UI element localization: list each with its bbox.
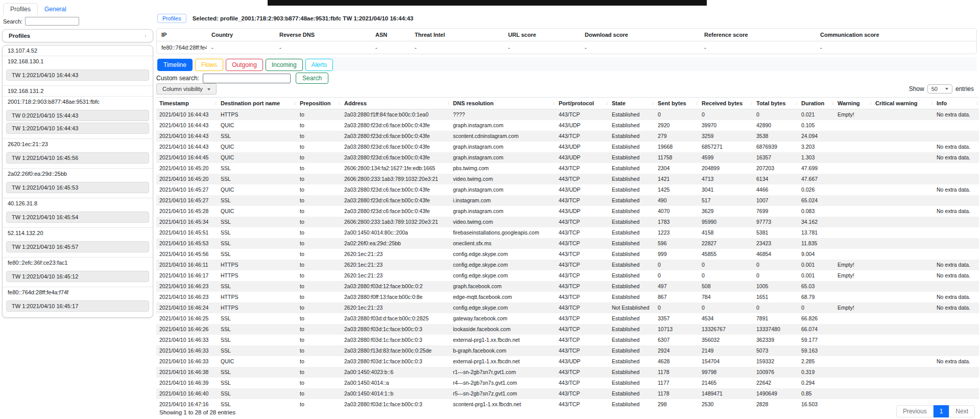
table-row[interactable]: 2021/04/10 16:46:25SSLto2a03:2880:f03d:d… [156, 313, 979, 324]
tab-incoming[interactable]: Incoming [266, 59, 303, 71]
search-button[interactable]: Search [296, 73, 328, 84]
timewindow-item[interactable]: TW 1:2021/04/10 16:45:17 [6, 300, 149, 312]
timewindow-item[interactable]: TW 1:2021/04/10 16:45:56 [6, 152, 149, 164]
table-row[interactable]: 2021/04/10 16:46:23HTTPSto2a03:2880:f0ff… [156, 292, 979, 302]
table-row[interactable]: 2021/04/10 16:45:27SSLto2a03:2880:f23d:c… [156, 195, 979, 206]
ip-info-header-row: IPCountryReverse DNSASNThreat IntelURL s… [157, 29, 976, 41]
table-row[interactable]: 2021/04/10 16:45:28QUICto2a03:2880:f23d:… [156, 206, 979, 217]
profile-item[interactable]: 2001:718:2:903:b877:48ae:9531:fbfc [3, 96, 153, 107]
timewindow-item[interactable]: TW 1:2021/04/10 16:45:57 [6, 241, 149, 252]
column-header-received-bytes[interactable]: Received bytes↕ [699, 98, 753, 109]
sidebar-search-input[interactable] [25, 17, 79, 26]
column-header-total-bytes[interactable]: Total bytes↕ [753, 98, 798, 109]
profile-item[interactable]: 52.114.132.20 [3, 227, 153, 238]
table-row[interactable]: 2021/04/10 16:46:40SSLto2a00:1450:4014:1… [156, 388, 979, 399]
column-visibility-button[interactable]: Column visibility [156, 83, 217, 95]
profile-item[interactable]: fe80::2efc:36f:ce23:fac1 [3, 257, 153, 268]
table-row[interactable]: 2021/04/10 16:45:27QUICto2a03:2880:f23d:… [156, 184, 979, 195]
cell [934, 120, 979, 131]
table-row[interactable]: 2021/04/10 16:46:23SSLto2a03:2880:f03d:1… [156, 281, 979, 292]
ipinfo-header-url-score: URL score [504, 29, 580, 41]
table-row[interactable]: 2021/04/10 16:44:45QUICto2a03:2880:f23d:… [156, 152, 979, 163]
cell: 47.699 [798, 163, 834, 174]
next-page-button[interactable]: Next [949, 405, 975, 417]
cell: 0 [699, 109, 753, 120]
table-row[interactable]: 2021/04/10 16:45:56SSLto2620:1ec:21::23c… [156, 249, 979, 260]
cell: 2606:2800:233:1ab3:789:1032:20e3:21 [341, 174, 450, 184]
timewindow-item[interactable]: TW 1:2021/04/10 16:45:54 [6, 212, 149, 223]
cell [934, 281, 979, 292]
custom-search-input[interactable] [203, 74, 291, 83]
table-row[interactable]: 2021/04/10 16:44:43QUICto2a03:2880:f23d:… [156, 142, 979, 152]
tab-alerts[interactable]: Alerts [305, 59, 333, 71]
table-row[interactable]: 2021/04/10 16:45:34SSLto2606:2800:233:1a… [156, 217, 979, 227]
cell: 0.083 [798, 206, 834, 217]
cell [834, 163, 872, 174]
tab-flows[interactable]: Flows [195, 59, 223, 71]
column-header-sent-bytes[interactable]: Sent bytes↕ [655, 98, 699, 109]
profile-item[interactable]: 40.126.31.8 [3, 198, 153, 208]
sort-icon[interactable]: ↕ [145, 33, 147, 38]
ipinfo-cell: - [207, 41, 275, 54]
profile-item[interactable]: 13.107.4.52 [3, 45, 153, 56]
timewindow-item[interactable]: TW 0:2021/04/10 15:44:43 [6, 110, 149, 121]
table-row[interactable]: 2021/04/10 16:46:17HTTPSto2620:1ec:21::2… [156, 270, 979, 281]
column-header-dns-resolution[interactable]: DNS resolution↕ [450, 98, 556, 109]
table-row[interactable]: 2021/04/10 16:44:43SSLto2a03:2880:f23d:c… [156, 131, 979, 142]
cell: to [297, 152, 341, 163]
table-row[interactable]: 2021/04/10 16:45:20SSLto2606:2800:134:fa… [156, 163, 979, 174]
table-row[interactable]: 2021/04/10 16:46:33SSLto2a03:2880:f03d:1… [156, 335, 979, 345]
table-row[interactable]: 2021/04/10 16:46:33SSLto2a03:2880:f13d:8… [156, 345, 979, 356]
profile-item[interactable]: 192.168.131.2 [3, 85, 153, 96]
timewindow-item[interactable]: TW 1:2021/04/10 16:44:43 [6, 123, 149, 134]
table-row[interactable]: 2021/04/10 16:46:39SSLto2a00:1450:4014::… [156, 378, 979, 388]
profile-item[interactable]: 192.168.130.1 [3, 56, 153, 66]
cell: firebaseinstallations.googleapis.com [450, 227, 556, 238]
cell: 68.79 [798, 292, 834, 302]
table-row[interactable]: 2021/04/10 16:45:53SSLto2a02:26f0:ea:29d… [156, 238, 979, 249]
table-row[interactable]: 2021/04/10 16:45:20SSLto2606:2800:233:1a… [156, 174, 979, 184]
page-length-select[interactable]: 50 [927, 84, 952, 94]
column-header-duration[interactable]: Duration↕ [798, 98, 834, 109]
timewindow-group: TW 1:2021/04/10 16:45:54 [3, 208, 153, 227]
column-header-preposition[interactable]: Preposition↕ [297, 98, 341, 109]
timewindow-item[interactable]: TW 1:2021/04/10 16:44:43 [6, 69, 149, 81]
table-row[interactable]: 2021/04/10 16:44:43QUICto2a03:2880:f23d:… [156, 120, 979, 131]
timewindow-item[interactable]: TW 1:2021/04/10 16:45:12 [6, 271, 149, 282]
cell: 2021/04/10 16:45:28 [156, 206, 218, 217]
table-row[interactable]: 2021/04/10 16:44:43HTTPSto2a03:2880:f1ff… [156, 109, 979, 120]
column-header-destination-port-name[interactable]: Destination port name↕ [218, 98, 297, 109]
column-header-info[interactable]: Info↕ [934, 98, 979, 109]
tab-outgoing[interactable]: Outgoing [226, 59, 263, 71]
cell: 1490649 [753, 388, 798, 399]
tab-timeline[interactable]: Timeline [157, 59, 193, 71]
profiles-panel-header[interactable]: Profiles ↕ [2, 29, 153, 42]
column-header-address[interactable]: Address↕ [341, 98, 450, 109]
cell: 3.203 [798, 142, 834, 152]
column-header-warning[interactable]: Warning↕ [834, 98, 872, 109]
profile-item[interactable]: 2620:1ec:21::23 [3, 138, 153, 149]
current-page-button[interactable]: 1 [934, 405, 949, 417]
tab-general[interactable]: General [38, 4, 73, 15]
cell: to [297, 217, 341, 227]
profiles-chip-button[interactable]: Profiles [157, 14, 186, 23]
cell: 1005 [753, 281, 798, 292]
table-row[interactable]: 2021/04/10 16:46:26SSLto2a03:2880:f03d:1… [156, 324, 979, 335]
tab-profiles[interactable]: Profiles [3, 3, 38, 15]
column-header-critical-warning[interactable]: Critical warning↕ [872, 98, 934, 109]
table-row[interactable]: 2021/04/10 16:46:11HTTPSto2620:1ec:21::2… [156, 260, 979, 270]
table-row[interactable]: 2021/04/10 16:46:33QUICto2a03:2880:f03d:… [156, 356, 979, 367]
sidebar-tabs: Profiles General [3, 3, 153, 15]
timewindow-item[interactable]: TW 1:2021/04/10 16:45:53 [6, 182, 149, 193]
column-header-state[interactable]: State↕ [609, 98, 655, 109]
cell: Established [609, 281, 655, 292]
profile-item[interactable]: 2a02:26f0:ea:29d::25bb [3, 168, 153, 179]
table-row[interactable]: 2021/04/10 16:46:24HTTPSto2620:1ec:21::2… [156, 302, 979, 313]
profile-item[interactable]: fe80::764d:28ff:fe4a:f74f [3, 287, 153, 297]
previous-page-button[interactable]: Previous [896, 405, 934, 417]
column-header-timestamp[interactable]: Timestamp↕ [156, 98, 218, 109]
table-row[interactable]: 2021/04/10 16:47:16SSLto2a03:2880:f03d:1… [156, 399, 979, 410]
table-row[interactable]: 2021/04/10 16:46:38SSLto2a00:1450:4023:b… [156, 367, 979, 378]
table-row[interactable]: 2021/04/10 16:45:51SSLto2a00:1450:4014:8… [156, 227, 979, 238]
column-header-port-protocol[interactable]: Port/protocol↕ [556, 98, 609, 109]
